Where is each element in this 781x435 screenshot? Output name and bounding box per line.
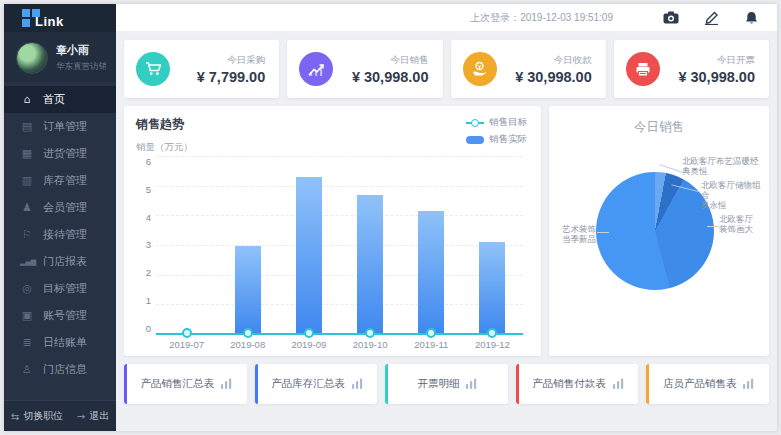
sidebar-item-1[interactable]: ⌂首页 [4,86,116,113]
y-axis-ticks: 6543210 [136,156,156,348]
y-tick: 0 [146,323,151,334]
pen-icon[interactable] [703,10,719,26]
cart-icon [136,52,170,86]
purchase-icon: ▦ [20,147,34,160]
user-panel: 章小雨 华东直营访销长 [4,32,116,82]
pie-slice-label: 艺术装饰当季新品 [552,224,596,244]
sidebar-item-11[interactable]: ♙门店信息 [4,356,116,383]
bar-2019-11 [418,211,444,334]
report-link-4[interactable]: 产品销售付款表 [516,364,639,404]
x-tick: 2019-07 [169,339,204,350]
sidebar-item-6[interactable]: ⚐接待管理 [4,221,116,248]
stat-card-3: 今日收款¥ 30,998.00 [451,40,606,98]
chart-column: 2019-08 [217,156,278,334]
sidebar-item-label: 首页 [43,92,65,107]
bar-2019-09 [296,177,322,334]
store-icon: ♙ [20,363,34,376]
sidebar-item-label: 会员管理 [43,200,87,215]
legend-item-target[interactable]: 销售目标 [466,116,527,129]
report-label: 店员产品销售表 [663,377,737,391]
pie-label-line: 典奥恒 [682,166,764,176]
report-label: 产品销售汇总表 [141,377,215,391]
header: Link 上次登录：2019-12-03 19:51:09 [4,4,777,32]
stat-label: 今日销售 [352,54,429,67]
report-link-5[interactable]: 店员产品销售表 [646,364,769,404]
footer-button-label: 切换职位 [23,409,63,423]
bar-chart-icon [606,375,625,393]
sidebar-item-label: 日结账单 [43,335,87,350]
plot-wrap: 6543210 2019-072019-082019-092019-102019… [136,156,529,348]
x-tick: 2019-12 [475,339,510,350]
chart-legend: 销售目标 销售实际 [466,116,527,150]
sidebar-item-10[interactable]: ≣日结账单 [4,329,116,356]
sidebar-item-label: 门店报表 [43,254,87,269]
legend-item-actual[interactable]: 销售实际 [466,133,527,146]
stat-label: 今日收款 [515,54,592,67]
footer-button-label: 退出 [89,409,109,423]
members-icon: ♟ [20,201,34,214]
pie-label-line: 当季新品 [552,234,596,244]
report-link-2[interactable]: 产品库存汇总表 [255,364,378,404]
stat-value: ¥ 30,998.00 [352,69,429,85]
chart-column: 2019-07 [156,156,217,334]
sidebar-item-3[interactable]: ▦进货管理 [4,140,116,167]
sidebar-item-label: 门店信息 [43,362,87,377]
stat-value: ¥ 30,998.00 [515,69,592,85]
sidebar-item-label: 进货管理 [43,146,87,161]
target-marker [243,328,253,338]
sidebar-item-label: 目标管理 [43,281,87,296]
sidebar-item-5[interactable]: ♟会员管理 [4,194,116,221]
report-link-1[interactable]: 产品销售汇总表 [124,364,247,404]
topbar: 上次登录：2019-12-03 19:51:09 [116,4,777,32]
pie-label-line: 装饰画大 [719,224,767,234]
sidebar-footer: ⇆切换职位→退出 [4,400,116,431]
logout-icon: → [77,411,85,422]
bell-icon[interactable] [743,10,759,26]
sidebar-item-4[interactable]: ▥库存管理 [4,167,116,194]
home-icon: ⌂ [20,93,34,106]
y-tick: 1 [146,295,151,306]
pie-title: 今日销售 [549,106,769,136]
sidebar-item-label: 账号管理 [43,308,87,323]
switch-role-button[interactable]: ⇆切换职位 [11,409,63,423]
y-tick: 4 [146,212,151,223]
report-links-row: 产品销售汇总表产品库存汇总表开票明细产品销售付款表店员产品销售表 [124,364,769,404]
coins-icon [463,52,497,86]
camera-icon[interactable] [663,10,679,26]
stat-card-2: 今日销售¥ 30,998.00 [287,40,442,98]
sidebar-item-8[interactable]: ◎目标管理 [4,275,116,302]
last-login-text: 上次登录：2019-12-03 19:51:09 [470,11,613,25]
sidebar-item-2[interactable]: ▤订单管理 [4,113,116,140]
chart-column: 2019-12 [462,156,523,334]
y-tick: 6 [146,156,151,167]
stat-value: ¥ 30,998.00 [678,69,755,85]
bar-chart-icon [459,375,478,393]
sidebar-menu: ⌂首页▤订单管理▦进货管理▥库存管理♟会员管理⚐接待管理▂▄▆门店报表◎目标管理… [4,82,116,400]
x-tick: 2019-09 [291,339,326,350]
user-role: 华东直营访销长 [56,61,106,73]
trend-icon [299,52,333,86]
app-window: Link 上次登录：2019-12-03 19:51:09 [4,4,777,431]
pie-label-line: 艺术装饰 [552,224,596,234]
stat-value: ¥ 7,799.00 [197,69,266,85]
report-label: 产品销售付款表 [532,377,606,391]
stat-cards-row: 今日采购¥ 7,799.00今日销售¥ 30,998.00今日收款¥ 30,99… [124,40,769,98]
app-logo: Link [4,4,116,32]
report-icon: ▂▄▆ [20,258,34,266]
avatar[interactable] [16,42,48,74]
sidebar-item-9[interactable]: ▣账号管理 [4,302,116,329]
user-name: 章小雨 [56,43,106,58]
stat-label: 今日采购 [197,54,266,67]
bar-marker-icon [466,136,484,144]
chart-column: 2019-11 [401,156,462,334]
report-label: 产品库存汇总表 [271,377,345,391]
report-link-3[interactable]: 开票明细 [385,364,508,404]
sidebar-item-7[interactable]: ▂▄▆门店报表 [4,248,116,275]
bar-chart-icon [345,375,364,393]
target-marker [365,328,375,338]
bar-2019-12 [479,242,505,334]
logout-button[interactable]: →退出 [77,409,109,423]
sidebar-item-label: 接待管理 [43,227,87,242]
bills-icon: ≣ [20,336,34,349]
bar-chart-icon [736,375,755,393]
